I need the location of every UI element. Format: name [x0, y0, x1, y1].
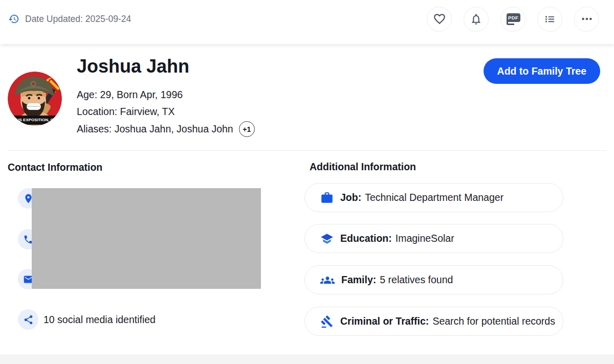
- briefcase-icon: [320, 191, 334, 204]
- bell-icon: [470, 13, 483, 26]
- education-text: Education:ImagineSolar: [340, 233, 454, 244]
- aliases-line: Aliases: Joshua Jahn, Joshua John: [77, 123, 233, 135]
- criminal-or-traffic-card[interactable]: Criminal or Traffic:Search for potential…: [304, 307, 563, 336]
- export-pdf-button[interactable]: PDF: [500, 7, 525, 32]
- criminal-text: Criminal or Traffic:Search for potential…: [340, 315, 555, 327]
- section-divider: [8, 150, 606, 151]
- alerts-button[interactable]: [464, 7, 489, 32]
- add-to-family-tree-button[interactable]: Add to Family Tree: [484, 58, 600, 84]
- toolbar-actions: PDF: [427, 7, 599, 32]
- job-card[interactable]: Job:Technical Department Manager: [304, 183, 563, 212]
- family-card[interactable]: Family:5 relatives found: [304, 265, 563, 294]
- share-icon: [23, 314, 34, 325]
- gavel-icon: [320, 315, 334, 328]
- redacted-contact-values: [32, 188, 261, 289]
- avatar-watermark: US EXPOSITION, C: [16, 118, 54, 122]
- aliases-row: Aliases: Joshua Jahn, Joshua John +1: [77, 121, 255, 137]
- age-line: Age: 29, Born Apr, 1996: [77, 88, 183, 101]
- profile-card: US EXPOSITION, C Joshua Jahn Age: 29, Bo…: [0, 44, 614, 354]
- heart-icon: [433, 12, 446, 26]
- favorite-button[interactable]: [427, 7, 452, 32]
- education-card[interactable]: Education:ImagineSolar: [304, 224, 563, 253]
- more-options-button[interactable]: [574, 7, 599, 32]
- top-toolbar: Date Updated: 2025-09-24 PDF: [0, 0, 614, 44]
- location-line: Location: Fairview, TX: [77, 105, 174, 118]
- additional-information-title: Additional Information: [310, 161, 416, 173]
- report-sections-button[interactable]: [537, 7, 562, 32]
- pdf-icon: PDF: [506, 12, 520, 26]
- list-icon: [543, 13, 556, 26]
- social-media-count[interactable]: 10 social media identified: [43, 313, 156, 326]
- avatar: US EXPOSITION, C: [8, 72, 62, 126]
- aliases-more-badge[interactable]: +1: [239, 121, 255, 137]
- contact-information-title: Contact Information: [8, 162, 102, 173]
- social-media-row-icon-wrap: [18, 309, 38, 330]
- job-text: Job:Technical Department Manager: [340, 192, 503, 203]
- date-updated-label: Date Updated: 2025-09-24: [25, 14, 131, 25]
- family-text: Family:5 relatives found: [341, 274, 453, 286]
- family-icon: [320, 273, 335, 287]
- graduation-cap-icon: [320, 232, 334, 245]
- date-updated: Date Updated: 2025-09-24: [8, 13, 131, 25]
- page-title: Joshua Jahn: [77, 55, 189, 78]
- ellipsis-icon: [580, 12, 594, 26]
- history-icon: [8, 13, 19, 25]
